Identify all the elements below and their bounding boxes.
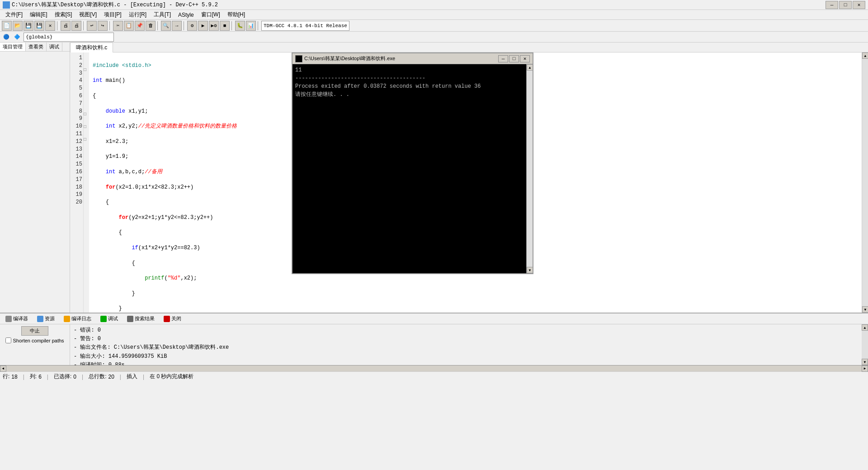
maximize-button[interactable]: □	[839, 1, 852, 9]
editor-scroll-down[interactable]: ▼	[862, 306, 868, 313]
menu-run[interactable]: 运行[R]	[125, 10, 150, 19]
line-num-16: 16	[71, 168, 82, 176]
sidebar-tab-class[interactable]: 查看类	[26, 43, 47, 51]
bottom-tab-close[interactable]: 关闭	[160, 314, 185, 323]
menu-window[interactable]: 窗口[W]	[198, 10, 224, 19]
bottom-tab-log[interactable]: 编译日志	[60, 314, 95, 323]
line-num-8: 8	[71, 108, 82, 115]
bottom-hscrollbar[interactable]: ◄ ►	[0, 365, 868, 371]
status-sep4: |	[120, 374, 121, 380]
menu-tools[interactable]: 工具[T]	[150, 10, 175, 19]
terminal-scroll-up[interactable]: ▲	[527, 64, 533, 71]
bottom-left-panel: 中止 Shorten compiler paths	[0, 324, 70, 365]
debug-watch-icon[interactable]: 🔷	[13, 33, 22, 42]
close-tab-icon	[164, 316, 170, 322]
bottom-tabs: 编译器 资源 编译日志 调试 搜索结果 关闭	[0, 313, 868, 324]
run-button[interactable]: ▶	[198, 21, 208, 31]
line-num-19: 19	[71, 191, 82, 199]
bottom-scroll-up[interactable]: ▲	[862, 324, 868, 331]
save-all-button[interactable]: 💾	[34, 21, 44, 31]
hscroll-right[interactable]: ►	[862, 366, 868, 372]
terminal-minimize[interactable]: —	[498, 55, 508, 62]
bottom-panel: 编译器 资源 编译日志 调试 搜索结果 关闭 中止 Shorten compi	[0, 313, 868, 371]
compile-button[interactable]: ⚙	[187, 21, 197, 31]
editor-scroll-up[interactable]: ▲	[862, 52, 868, 59]
find-button[interactable]: 🔍	[161, 21, 171, 31]
save-file-button[interactable]: 💾	[24, 21, 33, 31]
paste-button[interactable]: 📌	[135, 21, 145, 31]
undo-button[interactable]: ↩	[87, 21, 97, 31]
status-sep2: |	[47, 374, 48, 380]
print-button[interactable]: 🖨	[61, 21, 71, 31]
line-num-14: 14	[71, 153, 82, 161]
line-numbers: 1 2 3 4 5 6 7 8 9 10 11 12 13 14 15 16 1…	[70, 52, 84, 313]
goto-button[interactable]: →	[172, 21, 182, 31]
compiler-selector[interactable]: TDM-GCC 4.8.1 64-bit Release	[261, 21, 349, 31]
bottom-tab-resources[interactable]: 资源	[33, 314, 58, 323]
line-num-17: 17	[71, 176, 82, 184]
editor-scroll-track[interactable]	[862, 59, 868, 306]
menu-view[interactable]: 视图[V]	[75, 10, 100, 19]
window-title: C:\Users\韩某某\Desktop\啤酒和饮料.c - [Executin…	[12, 1, 826, 9]
debug-button[interactable]: 🐛	[235, 21, 245, 31]
terminal-scroll-track[interactable]	[527, 71, 533, 267]
sidebar: 项目管理 查看类 调试	[0, 43, 70, 313]
terminal-scrollbar[interactable]: ▲ ▼	[526, 64, 533, 273]
close-button[interactable]: ✕	[853, 1, 865, 9]
minimize-button[interactable]: —	[826, 1, 838, 9]
stop-button[interactable]: ■	[220, 21, 230, 31]
menu-project[interactable]: 项目[P]	[100, 10, 125, 19]
bottom-tab-compiler[interactable]: 编译器	[2, 314, 32, 323]
new-file-button[interactable]: 📄	[2, 21, 12, 31]
bottom-scrollbar[interactable]: ▲ ▼	[862, 324, 868, 365]
line-num-3: 3	[71, 70, 82, 77]
shorten-paths-checkbox[interactable]	[5, 337, 11, 343]
line-num-10: 10	[71, 123, 82, 130]
terminal-output-2: ----------------------------------------	[295, 74, 524, 82]
globals-dropdown[interactable]: {globals}	[24, 33, 114, 42]
terminal-scroll-down[interactable]: ▼	[527, 267, 533, 273]
compile-stop-button[interactable]: 中止	[21, 326, 48, 336]
menu-astyle[interactable]: AStyle	[175, 11, 198, 19]
profile-button[interactable]: 📊	[246, 21, 256, 31]
terminal-close[interactable]: ✕	[520, 55, 530, 62]
cut-button[interactable]: ✂	[113, 21, 123, 31]
ins-label: 插入	[127, 373, 137, 380]
sidebar-tab-debug[interactable]: 调试	[47, 43, 62, 51]
app-icon	[3, 1, 10, 9]
redo-button[interactable]: ↪	[98, 21, 108, 31]
print2-button[interactable]: 🖨	[71, 21, 81, 31]
bottom-scroll-down[interactable]: ▼	[862, 359, 868, 365]
shorten-compiler-paths-label: Shorten compiler paths	[5, 337, 64, 343]
editor-tab-file[interactable]: 啤酒和饮料.c	[70, 43, 113, 52]
editor-scrollbar[interactable]: ▲ ▼	[862, 52, 868, 313]
bottom-tab-search[interactable]: 搜索结果	[123, 314, 158, 323]
status-total: 总行数: 20	[89, 373, 114, 380]
delete-button[interactable]: 🗑	[146, 21, 156, 31]
editor-area: 啤酒和饮料.c 1 2 3 4 5 6 7 8 9 10 11 12 13 14…	[70, 43, 868, 313]
toolbar: 📄 📂 💾 💾 ✕ 🖨 🖨 ↩ ↪ ✂ 📋 📌 🗑 🔍 → ⚙ ▶ ▶⚙ ■ 🐛…	[0, 20, 868, 32]
col-value: 6	[38, 374, 42, 380]
menu-edit[interactable]: 编辑[E]	[26, 10, 51, 19]
log-line-5: - 编译时间: 0.88s	[74, 361, 858, 365]
bottom-tab-debug[interactable]: 调试	[97, 314, 122, 323]
toolbar-sep6	[231, 21, 233, 30]
menu-file[interactable]: 文件[F]	[2, 10, 26, 19]
menu-help[interactable]: 帮助[H]	[224, 10, 249, 19]
menu-search[interactable]: 搜索[S]	[51, 10, 76, 19]
bottom-scroll-track[interactable]	[862, 331, 868, 359]
terminal-maximize[interactable]: □	[509, 55, 519, 62]
copy-button[interactable]: 📋	[124, 21, 134, 31]
class-browser-icon[interactable]: 🔵	[2, 33, 11, 42]
hscroll-left[interactable]: ◄	[0, 366, 6, 372]
shorten-paths-text: Shorten compiler paths	[13, 338, 64, 343]
status-sep1: |	[23, 374, 24, 380]
compile-run-button[interactable]: ▶⚙	[209, 21, 219, 31]
line-num-5: 5	[71, 85, 82, 92]
sidebar-tab-project[interactable]: 项目管理	[0, 43, 26, 51]
editor-tab-bar: 啤酒和饮料.c	[70, 43, 868, 52]
close-file-button[interactable]: ✕	[45, 21, 55, 31]
parse-label: 在 0 秒内完成解析	[150, 373, 193, 380]
line-num-9: 9	[71, 115, 82, 123]
open-file-button[interactable]: 📂	[13, 21, 23, 31]
